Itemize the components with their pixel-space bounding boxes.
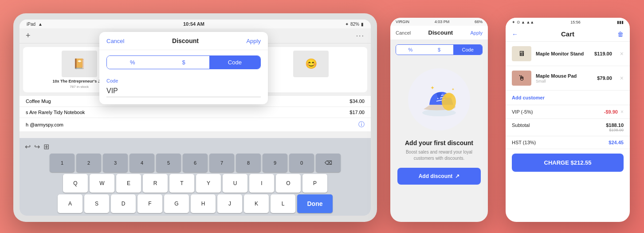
add-button[interactable]: + [26, 31, 31, 40]
phone1-cancel-button[interactable]: Cancel [396, 30, 411, 36]
discount-row: VIP (-5%) -$9.90 × [506, 105, 630, 119]
add-discount-title: Add your first discount [397, 139, 481, 146]
email-row: h @armyspy.com ⓘ [20, 118, 371, 132]
key-l[interactable]: L [271, 194, 295, 213]
key-o[interactable]: O [276, 174, 301, 193]
item-name: Maple Mouse Pad [536, 73, 593, 79]
key-s[interactable]: S [84, 194, 109, 213]
key-w[interactable]: W [90, 174, 114, 193]
more-options-button[interactable]: ··· [356, 32, 365, 40]
wifi-icon: ▲ [38, 22, 43, 27]
discount-code-input[interactable] [106, 85, 261, 97]
battery-icon: ▮ [361, 22, 364, 27]
keyboard-row-a: A S D F G H J K L Done [21, 194, 369, 213]
item-name: Coffee Mug [26, 99, 51, 104]
item-price: $34.00 [349, 99, 365, 104]
ipad-label: iPad [27, 22, 35, 27]
item-name: Maple Monitor Stand [536, 51, 590, 56]
ipad-screen: iPad ▲ 10:54 AM ✦ 82% ▮ + Cart ··· 📔 10x… [20, 20, 371, 216]
modal-body: Code [99, 75, 268, 104]
tab-code[interactable]: Code [209, 56, 260, 69]
keyboard-row-numbers: 1 2 3 4 5 6 7 8 9 0 ⌫ [21, 154, 369, 172]
discount-modal: Cancel Discount Apply % $ Code Code [99, 32, 268, 104]
key-8[interactable]: 8 [236, 154, 261, 172]
remove-item-button[interactable]: × [620, 75, 624, 82]
tab-percent[interactable]: % [107, 56, 158, 69]
key-3[interactable]: 3 [103, 154, 128, 172]
list-item[interactable]: 😊 [255, 47, 367, 92]
phone1-time: 4:03 PM [435, 20, 450, 24]
delete-key[interactable]: ⌫ [316, 154, 341, 172]
key-d[interactable]: D [111, 194, 136, 213]
undo-button[interactable]: ↩ [25, 142, 31, 151]
key-q[interactable]: Q [63, 174, 88, 193]
phone1-tab-dollar[interactable]: $ [425, 45, 454, 55]
illustration-circle: ✦ ✦ [408, 68, 470, 130]
cart-title: Cart [561, 30, 574, 38]
key-p[interactable]: P [302, 174, 327, 193]
trash-button[interactable]: 🗑 [617, 31, 624, 38]
subtotal-label: Subtotal [512, 122, 530, 132]
key-f[interactable]: F [137, 194, 162, 213]
phone1-tab-percent[interactable]: % [396, 45, 425, 55]
discount-value-group: -$9.90 × [604, 109, 624, 115]
charge-button[interactable]: CHARGE $212.55 [512, 154, 624, 172]
key-a[interactable]: A [58, 194, 82, 213]
carrier-label: VIRGIN [396, 20, 409, 24]
key-1[interactable]: 1 [50, 154, 75, 172]
remove-discount-button[interactable]: × [620, 109, 624, 115]
key-t[interactable]: T [169, 174, 194, 193]
key-0[interactable]: 0 [289, 154, 314, 172]
ipad-status-right: ✦ 82% ▮ [345, 22, 364, 27]
redo-button[interactable]: ↪ [34, 142, 40, 151]
cart-item: 🖱 Maple Mouse Pad Small $79.00 × [506, 66, 630, 91]
modal-cancel-button[interactable]: Cancel [106, 38, 124, 44]
key-j[interactable]: J [217, 194, 242, 213]
item-sub: Small [536, 79, 593, 83]
product-image: 😊 [293, 51, 329, 77]
tab-dollar[interactable]: $ [158, 56, 209, 69]
phone2-time: 15:56 [570, 20, 581, 24]
ipad-keyboard: ↩ ↪ ⊞ 1 2 3 4 5 6 7 8 9 0 ⌫ [20, 138, 371, 216]
item-info: Maple Mouse Pad Small [536, 73, 593, 83]
keyboard-row-q: Q W E R T Y U I O P [21, 174, 369, 193]
key-k[interactable]: K [244, 194, 269, 213]
key-i[interactable]: I [249, 174, 274, 193]
key-r[interactable]: R [143, 174, 168, 193]
phone1-apply-button[interactable]: Apply [470, 30, 483, 36]
key-9[interactable]: 9 [263, 154, 287, 172]
key-7[interactable]: 7 [209, 154, 234, 172]
item-image: 🖥 [512, 46, 531, 61]
key-h[interactable]: H [191, 194, 216, 213]
discount-value: -$9.90 [604, 109, 618, 115]
key-4[interactable]: 4 [130, 154, 154, 172]
phone1-illustration: ✦ ✦ [390, 59, 488, 139]
tax-label: HST (13%) [512, 140, 536, 145]
done-button[interactable]: Done [297, 194, 333, 213]
paste-button[interactable]: ⊞ [43, 142, 49, 151]
modal-apply-button[interactable]: Apply [246, 38, 261, 44]
ipad-status-left: iPad ▲ [27, 22, 43, 27]
phone1-header: Cancel Discount Apply [390, 26, 488, 40]
key-6[interactable]: 6 [183, 154, 208, 172]
modal-field-label: Code [106, 78, 261, 83]
ipad-device: iPad ▲ 10:54 AM ✦ 82% ▮ + Cart ··· 📔 10x… [13, 13, 377, 222]
key-u[interactable]: U [223, 174, 247, 193]
remove-item-button[interactable]: × [620, 50, 624, 57]
key-y[interactable]: Y [196, 174, 221, 193]
back-button[interactable]: ← [512, 31, 518, 38]
key-2[interactable]: 2 [76, 154, 101, 172]
add-customer-button[interactable]: Add customer [506, 91, 630, 105]
external-link-icon: ↗ [455, 173, 459, 179]
add-discount-button[interactable]: Add discount ↗ [397, 168, 481, 185]
svg-rect-5 [445, 94, 452, 98]
key-e[interactable]: E [116, 174, 141, 193]
key-g[interactable]: G [164, 194, 189, 213]
key-5[interactable]: 5 [156, 154, 181, 172]
phone1-tab-code[interactable]: Code [453, 45, 482, 55]
bluetooth-icon: ✦ [345, 22, 349, 27]
item-info: Maple Monitor Stand [536, 51, 590, 56]
info-icon: ⓘ [358, 121, 365, 129]
add-discount-desc: Boost sales and reward your loyal custom… [397, 149, 481, 162]
subtotal-row: Subtotal $188.10 $198.00 [506, 119, 630, 136]
